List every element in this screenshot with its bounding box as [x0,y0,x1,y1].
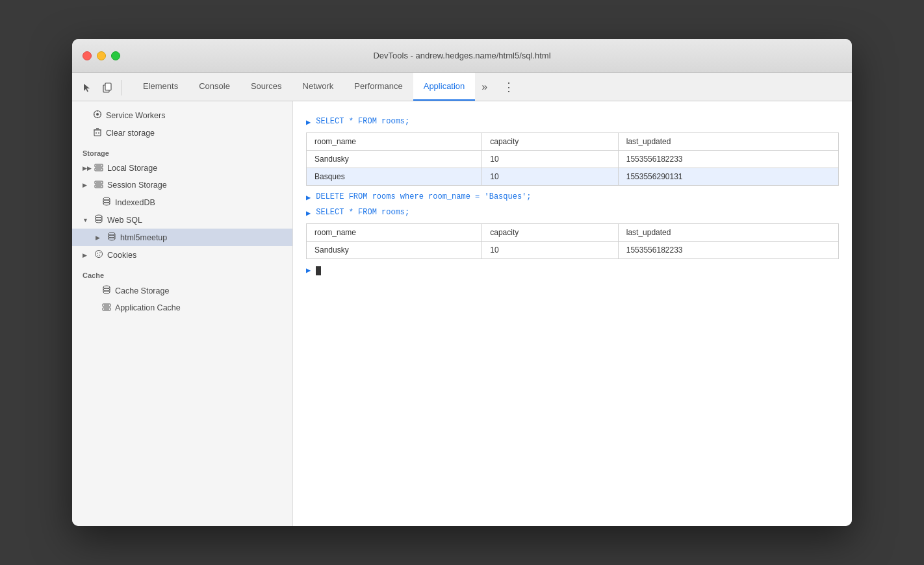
maximize-button[interactable] [111,51,120,60]
sidebar-item-session-storage[interactable]: ▶ Session Storage [72,177,292,194]
result-table-1: room_name capacity last_updated Sandusky… [306,132,839,186]
query3-text: SELECT * FROM rooms; [316,208,409,217]
sidebar-item-service-workers-label: Service Workers [106,111,165,120]
svg-point-39 [99,252,101,253]
sidebar-item-html5meetup[interactable]: ▶ html5meetup [72,229,292,246]
local-storage-icon [94,163,103,173]
svg-point-31 [109,232,115,235]
sidebar-item-service-workers[interactable]: Service Workers [72,107,292,124]
html5meetup-icon [107,232,116,243]
svg-rect-1 [105,83,111,90]
close-button[interactable] [83,51,92,60]
table1-row1-room-name: Basques [307,168,482,186]
svg-point-35 [109,235,115,238]
toolbar-icons [77,79,125,101]
devtools-window: DevTools - andrew.hedges.name/html5/sql.… [72,39,852,526]
sidebar-item-indexeddb[interactable]: IndexedDB [72,194,292,211]
query2-text: DELETE FROM rooms where room_name = 'Bas… [316,192,531,201]
sidebar-item-indexeddb-label: IndexedDB [115,198,155,207]
svg-point-36 [96,251,103,258]
svg-point-21 [103,197,110,200]
table1-row0-last-updated: 1553556182233 [618,151,838,168]
sidebar-item-session-storage-label: Session Storage [107,181,167,190]
result-table-2: room_name capacity last_updated Sandusky… [306,223,839,259]
title-bar: DevTools - andrew.hedges.name/html5/sql.… [72,39,852,73]
sidebar-item-application-cache[interactable]: Application Cache [72,299,292,316]
table2-col-last-updated: last_updated [618,224,838,242]
table2-row0-room-name: Sandusky [307,242,482,259]
menu-button[interactable]: ⋮ [496,73,521,101]
tab-elements[interactable]: Elements [133,73,188,101]
table1-col-last-updated: last_updated [618,133,838,151]
local-storage-arrow: ▶ [83,165,90,171]
clear-storage-icon [93,127,102,138]
svg-point-41 [103,286,110,288]
svg-point-40 [97,255,98,256]
cursor-line[interactable]: ▶ [306,266,839,275]
svg-point-3 [96,113,99,116]
svg-point-30 [96,218,102,220]
cursor-prompt: ▶ [306,266,311,275]
sidebar-item-cookies-label: Cookies [107,251,136,260]
table1-row0-room-name: Sandusky [307,151,482,168]
svg-point-37 [97,253,98,254]
query3-line: ▶ SELECT * FROM rooms; [306,208,839,218]
table2-row-0: Sandusky 10 1553556182233 [307,242,839,259]
table1-row1-capacity: 10 [482,168,619,186]
web-sql-icon [94,214,103,225]
svg-point-25 [103,200,110,203]
cursor-blink [316,266,321,275]
sidebar-item-clear-storage-label: Clear storage [106,129,155,138]
query1-text: SELECT * FROM rooms; [316,117,409,126]
cursor-icon[interactable] [77,79,96,97]
indexeddb-icon [102,197,111,208]
svg-point-29 [96,220,102,223]
query2-arrow[interactable]: ▶ [306,193,311,203]
minimize-button[interactable] [97,51,106,60]
sidebar-item-web-sql[interactable]: ▼ Web SQL [72,211,292,229]
sidebar-item-application-cache-label: Application Cache [115,303,181,312]
main-panel[interactable]: ▶ SELECT * FROM rooms; room_name capacit… [293,101,852,526]
sidebar-item-cookies[interactable]: ▶ Cookies [72,246,292,264]
tab-network[interactable]: Network [292,73,344,101]
sidebar-item-local-storage[interactable]: ▶ Local Storage [72,160,292,177]
cookies-arrow: ▶ [83,252,90,258]
svg-point-26 [96,215,102,218]
query1-line: ▶ SELECT * FROM rooms; [306,117,839,127]
sidebar-item-clear-storage[interactable]: Clear storage [72,124,292,142]
svg-point-38 [99,255,100,256]
table1-col-capacity: capacity [482,133,619,151]
web-sql-arrow: ▼ [83,217,90,223]
table2-col-room-name: room_name [307,224,482,242]
main-content: Service Workers Clear storage Stora [72,101,852,526]
tab-performance[interactable]: Performance [344,73,413,101]
table2-row0-last-updated: 1553556182233 [618,242,838,259]
tab-application[interactable]: Application [413,73,476,101]
query1-arrow[interactable]: ▶ [306,118,311,127]
html5meetup-arrow: ▶ [96,234,103,241]
tab-console[interactable]: Console [188,73,240,101]
table2-row0-capacity: 10 [482,242,619,259]
cache-storage-icon [102,285,111,296]
sidebar-item-cache-storage-label: Cache Storage [115,286,169,295]
cache-section-label: Cache [72,264,292,282]
more-tabs-button[interactable]: » [475,73,494,101]
tabs: Elements Console Sources Network Perform… [133,73,521,101]
storage-section-label: Storage [72,142,292,160]
sidebar-item-local-storage-label: Local Storage [107,164,157,173]
query2-line: ▶ DELETE FROM rooms where room_name = 'B… [306,192,839,203]
application-cache-icon [102,303,111,313]
table1-row-1: Basques 10 1553556290131 [307,168,839,186]
session-storage-icon [94,180,103,190]
sidebar-item-cache-storage[interactable]: Cache Storage [72,282,292,299]
tab-sources[interactable]: Sources [240,73,292,101]
table1-row0-capacity: 10 [482,151,619,168]
copy-icon[interactable] [98,79,116,97]
traffic-lights [83,51,120,60]
table2-header-row: room_name capacity last_updated [307,224,839,242]
query3-arrow[interactable]: ▶ [306,208,311,218]
svg-point-45 [103,288,110,291]
window-title: DevTools - andrew.hedges.name/html5/sql.… [373,51,550,60]
table1-row1-last-updated: 1553556290131 [618,168,838,186]
toolbar-divider [122,80,122,95]
